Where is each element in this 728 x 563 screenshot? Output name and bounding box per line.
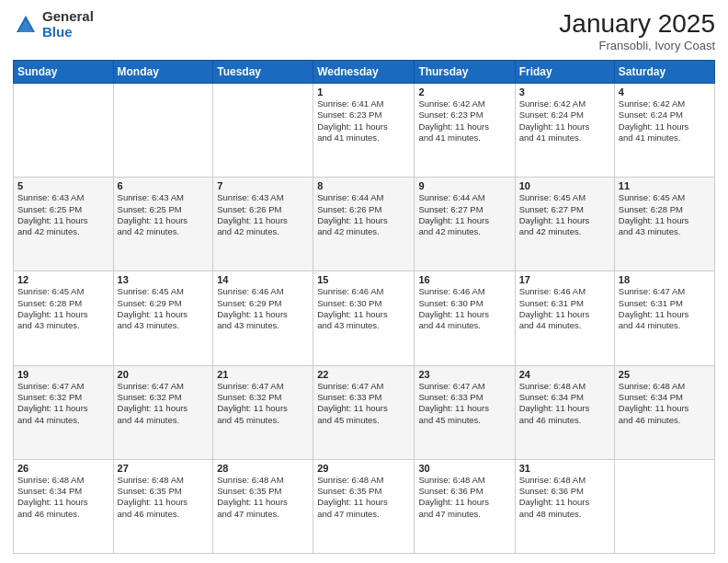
day-number: 9 <box>418 180 510 191</box>
day-cell-1: 1Sunrise: 6:41 AM Sunset: 6:23 PM Daylig… <box>313 84 415 178</box>
day-info: Sunrise: 6:46 AM Sunset: 6:31 PM Dayligh… <box>519 286 610 331</box>
day-info: Sunrise: 6:46 AM Sunset: 6:30 PM Dayligh… <box>418 286 510 331</box>
day-info: Sunrise: 6:48 AM Sunset: 6:35 PM Dayligh… <box>317 475 410 520</box>
week-row-3: 12Sunrise: 6:45 AM Sunset: 6:28 PM Dayli… <box>14 271 715 365</box>
empty-cell <box>14 84 114 178</box>
day-cell-20: 20Sunrise: 6:47 AM Sunset: 6:32 PM Dayli… <box>113 365 213 459</box>
day-cell-11: 11Sunrise: 6:45 AM Sunset: 6:28 PM Dayli… <box>614 178 714 271</box>
logo-text: General Blue <box>42 9 94 40</box>
day-info: Sunrise: 6:48 AM Sunset: 6:36 PM Dayligh… <box>418 475 510 520</box>
day-info: Sunrise: 6:48 AM Sunset: 6:34 PM Dayligh… <box>519 381 610 426</box>
day-number: 31 <box>519 463 610 474</box>
day-number: 25 <box>619 369 711 380</box>
day-number: 10 <box>519 180 610 191</box>
day-info: Sunrise: 6:47 AM Sunset: 6:33 PM Dayligh… <box>418 381 510 426</box>
day-number: 26 <box>17 463 109 474</box>
day-number: 3 <box>519 86 610 98</box>
day-cell-6: 6Sunrise: 6:43 AM Sunset: 6:25 PM Daylig… <box>113 178 213 271</box>
day-number: 17 <box>519 274 610 285</box>
day-cell-18: 18Sunrise: 6:47 AM Sunset: 6:31 PM Dayli… <box>614 271 714 365</box>
title-block: January 2025 Fransobli, Ivory Coast <box>559 9 715 52</box>
empty-cell <box>614 459 714 553</box>
day-info: Sunrise: 6:45 AM Sunset: 6:28 PM Dayligh… <box>619 192 711 237</box>
day-number: 14 <box>217 274 309 285</box>
weekday-header-friday: Friday <box>515 61 614 84</box>
month-title: January 2025 <box>559 9 715 39</box>
day-number: 23 <box>418 369 510 380</box>
day-number: 27 <box>118 463 210 474</box>
day-number: 6 <box>118 180 210 191</box>
day-number: 2 <box>418 86 510 98</box>
day-number: 29 <box>317 463 410 474</box>
day-cell-31: 31Sunrise: 6:48 AM Sunset: 6:36 PM Dayli… <box>515 459 614 553</box>
weekday-header-saturday: Saturday <box>614 61 714 84</box>
day-cell-23: 23Sunrise: 6:47 AM Sunset: 6:33 PM Dayli… <box>415 365 515 459</box>
day-info: Sunrise: 6:47 AM Sunset: 6:31 PM Dayligh… <box>619 286 711 331</box>
day-info: Sunrise: 6:47 AM Sunset: 6:33 PM Dayligh… <box>317 381 410 426</box>
day-cell-16: 16Sunrise: 6:46 AM Sunset: 6:30 PM Dayli… <box>415 271 515 365</box>
day-cell-3: 3Sunrise: 6:42 AM Sunset: 6:24 PM Daylig… <box>515 84 614 178</box>
day-number: 4 <box>619 86 711 98</box>
day-cell-10: 10Sunrise: 6:45 AM Sunset: 6:27 PM Dayli… <box>515 178 614 271</box>
day-number: 24 <box>519 369 610 380</box>
day-info: Sunrise: 6:47 AM Sunset: 6:32 PM Dayligh… <box>118 381 210 426</box>
day-info: Sunrise: 6:44 AM Sunset: 6:26 PM Dayligh… <box>317 192 410 237</box>
location-subtitle: Fransobli, Ivory Coast <box>559 39 715 52</box>
day-info: Sunrise: 6:43 AM Sunset: 6:26 PM Dayligh… <box>217 192 309 237</box>
day-cell-22: 22Sunrise: 6:47 AM Sunset: 6:33 PM Dayli… <box>313 365 415 459</box>
day-cell-26: 26Sunrise: 6:48 AM Sunset: 6:34 PM Dayli… <box>14 459 114 553</box>
day-info: Sunrise: 6:42 AM Sunset: 6:24 PM Dayligh… <box>619 98 711 144</box>
day-number: 19 <box>17 369 109 380</box>
weekday-header-monday: Monday <box>113 61 213 84</box>
day-info: Sunrise: 6:48 AM Sunset: 6:36 PM Dayligh… <box>519 475 610 520</box>
logo-icon <box>13 12 39 38</box>
day-cell-21: 21Sunrise: 6:47 AM Sunset: 6:32 PM Dayli… <box>213 365 313 459</box>
day-info: Sunrise: 6:46 AM Sunset: 6:29 PM Dayligh… <box>217 286 309 331</box>
day-cell-15: 15Sunrise: 6:46 AM Sunset: 6:30 PM Dayli… <box>313 271 415 365</box>
header: General Blue January 2025 Fransobli, Ivo… <box>13 9 715 52</box>
page: General Blue January 2025 Fransobli, Ivo… <box>0 0 728 563</box>
day-info: Sunrise: 6:42 AM Sunset: 6:23 PM Dayligh… <box>418 98 510 144</box>
day-cell-9: 9Sunrise: 6:44 AM Sunset: 6:27 PM Daylig… <box>415 178 515 271</box>
day-cell-4: 4Sunrise: 6:42 AM Sunset: 6:24 PM Daylig… <box>614 84 714 178</box>
calendar-table: SundayMondayTuesdayWednesdayThursdayFrid… <box>13 60 715 554</box>
empty-cell <box>213 84 313 178</box>
day-info: Sunrise: 6:44 AM Sunset: 6:27 PM Dayligh… <box>418 192 510 237</box>
logo: General Blue <box>13 9 94 40</box>
day-info: Sunrise: 6:43 AM Sunset: 6:25 PM Dayligh… <box>17 192 109 237</box>
day-cell-14: 14Sunrise: 6:46 AM Sunset: 6:29 PM Dayli… <box>213 271 313 365</box>
day-number: 5 <box>17 180 109 191</box>
logo-general-text: General <box>42 9 94 25</box>
day-cell-7: 7Sunrise: 6:43 AM Sunset: 6:26 PM Daylig… <box>213 178 313 271</box>
day-number: 12 <box>17 274 109 285</box>
day-info: Sunrise: 6:41 AM Sunset: 6:23 PM Dayligh… <box>317 98 410 144</box>
day-cell-25: 25Sunrise: 6:48 AM Sunset: 6:34 PM Dayli… <box>614 365 714 459</box>
day-info: Sunrise: 6:46 AM Sunset: 6:30 PM Dayligh… <box>317 286 410 331</box>
day-number: 7 <box>217 180 309 191</box>
weekday-header-tuesday: Tuesday <box>213 61 313 84</box>
day-info: Sunrise: 6:48 AM Sunset: 6:35 PM Dayligh… <box>217 475 309 520</box>
day-info: Sunrise: 6:48 AM Sunset: 6:34 PM Dayligh… <box>619 381 711 426</box>
weekday-header-thursday: Thursday <box>415 61 515 84</box>
week-row-1: 1Sunrise: 6:41 AM Sunset: 6:23 PM Daylig… <box>14 84 715 178</box>
day-number: 13 <box>118 274 210 285</box>
empty-cell <box>113 84 213 178</box>
day-cell-12: 12Sunrise: 6:45 AM Sunset: 6:28 PM Dayli… <box>14 271 114 365</box>
day-number: 11 <box>619 180 711 191</box>
day-number: 20 <box>118 369 210 380</box>
day-cell-13: 13Sunrise: 6:45 AM Sunset: 6:29 PM Dayli… <box>113 271 213 365</box>
day-cell-29: 29Sunrise: 6:48 AM Sunset: 6:35 PM Dayli… <box>313 459 415 553</box>
day-number: 18 <box>619 274 711 285</box>
weekday-header-wednesday: Wednesday <box>313 61 415 84</box>
day-info: Sunrise: 6:45 AM Sunset: 6:29 PM Dayligh… <box>118 286 210 331</box>
day-number: 21 <box>217 369 309 380</box>
day-cell-24: 24Sunrise: 6:48 AM Sunset: 6:34 PM Dayli… <box>515 365 614 459</box>
week-row-4: 19Sunrise: 6:47 AM Sunset: 6:32 PM Dayli… <box>14 365 715 459</box>
day-cell-30: 30Sunrise: 6:48 AM Sunset: 6:36 PM Dayli… <box>415 459 515 553</box>
weekday-header-sunday: Sunday <box>14 61 114 84</box>
day-info: Sunrise: 6:42 AM Sunset: 6:24 PM Dayligh… <box>519 98 610 144</box>
day-info: Sunrise: 6:47 AM Sunset: 6:32 PM Dayligh… <box>17 381 109 426</box>
day-info: Sunrise: 6:48 AM Sunset: 6:34 PM Dayligh… <box>17 475 109 520</box>
day-cell-8: 8Sunrise: 6:44 AM Sunset: 6:26 PM Daylig… <box>313 178 415 271</box>
day-number: 22 <box>317 369 410 380</box>
